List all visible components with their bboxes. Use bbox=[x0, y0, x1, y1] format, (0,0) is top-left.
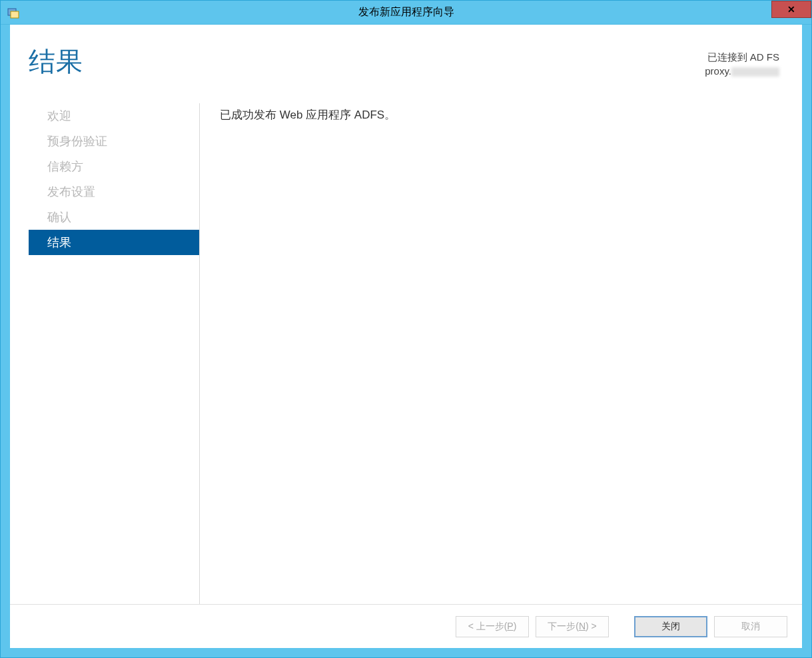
wizard-footer: < 上一步(P) 下一步(N) > 关闭 取消 bbox=[10, 604, 802, 648]
sidebar-item-preauth[interactable]: 预身份验证 bbox=[29, 129, 199, 154]
wizard-steps-sidebar: 欢迎 预身份验证 信赖方 发布设置 确认 结果 bbox=[29, 97, 199, 604]
result-message: 已成功发布 Web 应用程序 ADFS。 bbox=[220, 107, 782, 123]
sidebar-item-confirm[interactable]: 确认 bbox=[29, 204, 199, 230]
status-proxy-prefix: proxy. bbox=[705, 65, 731, 77]
status-proxy-blurred bbox=[731, 67, 779, 77]
status-line-2: proxy. bbox=[705, 64, 779, 78]
sidebar-item-relying-party[interactable]: 信赖方 bbox=[29, 154, 199, 179]
cancel-button: 取消 bbox=[714, 616, 787, 637]
wizard-window: 发布新应用程序向导 ✕ 结果 已连接到 AD FS proxy. 欢迎 预身份验… bbox=[0, 0, 812, 658]
close-icon: ✕ bbox=[787, 4, 795, 15]
svg-rect-1 bbox=[11, 11, 19, 18]
titlebar: 发布新应用程序向导 ✕ bbox=[1, 1, 811, 25]
window-close-button[interactable]: ✕ bbox=[771, 1, 811, 18]
status-line-1: 已连接到 AD FS bbox=[705, 50, 779, 64]
app-icon bbox=[7, 7, 19, 19]
sidebar-item-results[interactable]: 结果 bbox=[29, 230, 199, 255]
sidebar-item-publish-settings[interactable]: 发布设置 bbox=[29, 179, 199, 204]
content-area: 已成功发布 Web 应用程序 ADFS。 bbox=[200, 97, 802, 604]
header-area: 结果 已连接到 AD FS proxy. bbox=[10, 25, 802, 97]
window-title: 发布新应用程序向导 bbox=[358, 5, 454, 19]
sidebar-item-welcome[interactable]: 欢迎 bbox=[29, 103, 199, 129]
previous-button: < 上一步(P) bbox=[456, 616, 529, 637]
window-body: 结果 已连接到 AD FS proxy. 欢迎 预身份验证 信赖方 发布设置 确… bbox=[1, 25, 811, 657]
close-button[interactable]: 关闭 bbox=[634, 616, 707, 637]
middle-area: 欢迎 预身份验证 信赖方 发布设置 确认 结果 已成功发布 Web 应用程序 A… bbox=[10, 97, 802, 604]
next-button: 下一步(N) > bbox=[536, 616, 609, 637]
page-title: 结果 bbox=[29, 43, 83, 80]
connection-status: 已连接到 AD FS proxy. bbox=[705, 43, 779, 78]
